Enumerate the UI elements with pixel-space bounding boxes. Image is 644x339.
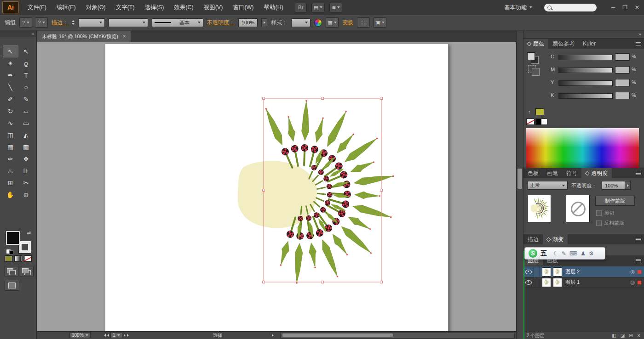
layer-thumbnail[interactable]: [553, 267, 562, 277]
opacity-spinner[interactable]: [261, 18, 267, 27]
stroke-link[interactable]: 描边：: [52, 19, 68, 27]
opacity-value[interactable]: 100%: [238, 18, 258, 27]
stroke-weight-stepper[interactable]: [72, 20, 75, 25]
channel-value-K[interactable]: [615, 92, 630, 99]
width-tool[interactable]: ∿: [3, 117, 18, 129]
menubar-menu-1[interactable]: 编辑(E): [52, 0, 81, 15]
rotate-tool[interactable]: ↻: [3, 105, 18, 117]
transform-link[interactable]: 变换: [342, 19, 353, 27]
draw-behind-button[interactable]: [20, 266, 34, 277]
color-chip[interactable]: [5, 255, 12, 262]
next-artboard-icon[interactable]: [124, 334, 126, 337]
menubar-menu-7[interactable]: 窗口(W): [228, 0, 259, 15]
zoom-tool[interactable]: ⊕: [18, 189, 34, 201]
paintbrush-tool[interactable]: ✐: [3, 93, 18, 105]
document-tab[interactable]: 未标题-16* @ 100% (CMYK/预览) ×: [37, 31, 131, 42]
none-chip[interactable]: [24, 255, 32, 262]
stroke-color-dropdown[interactable]: ?: [35, 17, 48, 28]
ime-logo[interactable]: S: [529, 249, 537, 258]
type-tool[interactable]: T: [18, 69, 34, 81]
menubar-menu-3[interactable]: 文字(T): [111, 0, 140, 15]
zoom-control[interactable]: 100%: [69, 332, 91, 338]
mesh-tool[interactable]: ▦: [3, 141, 18, 153]
ime-toolbar[interactable]: S 五 ☾✎⌨♟⚙: [524, 247, 605, 260]
horizontal-scrollbar[interactable]: [280, 333, 515, 339]
channel-value-M[interactable]: [615, 66, 630, 73]
brush-definition-select[interactable]: 基本: [152, 18, 203, 27]
layer-lock-cell[interactable]: [534, 277, 540, 288]
layer-row-1[interactable]: 图层 1◎: [523, 277, 644, 288]
selection-handle[interactable]: [322, 97, 324, 100]
panel-menu-icon[interactable]: [636, 260, 641, 261]
style-select[interactable]: [291, 18, 310, 27]
symbol-sprayer-tool[interactable]: ♨: [3, 165, 18, 177]
screen-mode-button[interactable]: [5, 280, 19, 291]
isolate-dropdown[interactable]: ▣: [374, 17, 386, 28]
artboard-number-select[interactable]: 1: [110, 332, 122, 338]
menubar-menu-5[interactable]: 效果(C): [169, 0, 198, 15]
status-expand-button[interactable]: [272, 332, 274, 338]
app-logo[interactable]: Ai: [2, 1, 19, 13]
tab-color-tabs-2[interactable]: Kuler: [579, 39, 600, 49]
menubar-menu-0[interactable]: 文件(F): [23, 0, 52, 15]
hand-tool[interactable]: ✋: [3, 189, 18, 201]
slice-tool[interactable]: ✂: [18, 177, 34, 189]
gradient-chip[interactable]: [14, 255, 22, 262]
channel-value-C[interactable]: [615, 53, 630, 61]
close-button[interactable]: ✕: [635, 4, 639, 11]
width-profile-select[interactable]: [109, 18, 148, 27]
collapse-panels-button[interactable]: »: [523, 31, 644, 39]
draw-normal-button[interactable]: [5, 266, 18, 277]
blend-mode-select[interactable]: 正常: [527, 181, 568, 190]
panel-opacity-spinner[interactable]: [625, 181, 631, 190]
vertical-scrollbar[interactable]: [516, 31, 523, 339]
gradient-tool[interactable]: ▥: [18, 141, 34, 153]
channel-slider-Y[interactable]: [558, 80, 613, 86]
selection-handle[interactable]: [263, 189, 265, 192]
new-sublayer-icon[interactable]: ◪: [621, 333, 625, 338]
stroke-weight-select[interactable]: [78, 18, 105, 27]
restore-button[interactable]: ❐: [622, 4, 627, 11]
swap-fill-stroke-icon[interactable]: ⇄: [27, 230, 31, 235]
channel-slider-C[interactable]: [558, 55, 613, 60]
mask-thumbnail[interactable]: [566, 195, 590, 222]
vertical-scrollbar-thumb[interactable]: [518, 169, 522, 189]
user-icon[interactable]: ♟: [581, 250, 586, 257]
artboard[interactable]: [105, 44, 448, 332]
keyboard-icon[interactable]: ⌨: [569, 250, 577, 257]
layer-name[interactable]: 图层 1: [565, 279, 630, 286]
layer-lock-cell[interactable]: [534, 266, 540, 277]
black-white-swatches[interactable]: [535, 119, 547, 125]
perspective-grid-tool[interactable]: ◭: [18, 129, 34, 141]
selection-handle[interactable]: [322, 281, 324, 283]
invert-mask-checkbox[interactable]: [596, 220, 602, 226]
first-artboard-icon[interactable]: [104, 334, 106, 337]
lasso-tool[interactable]: ϱ: [18, 57, 34, 69]
line-segment-tool[interactable]: ╲: [3, 81, 18, 93]
magic-wand-tool[interactable]: ✴: [3, 57, 18, 69]
tools-panel-header[interactable]: «: [0, 31, 36, 37]
panel-menu-icon[interactable]: [636, 239, 641, 240]
tab-middle-tabs-3[interactable]: 透明度: [581, 168, 612, 178]
tab-middle-tabs-0[interactable]: 色板: [523, 168, 543, 178]
pen-tool[interactable]: ✒: [3, 69, 18, 81]
tab-close-icon[interactable]: ×: [123, 33, 126, 40]
moon-icon[interactable]: ☾: [553, 250, 558, 257]
wrench-icon[interactable]: ⚙: [589, 250, 594, 257]
channel-slider-K[interactable]: [558, 93, 613, 99]
layer-name[interactable]: 图层 2: [565, 268, 630, 275]
object-thumbnail[interactable]: [527, 195, 551, 222]
opacity-link[interactable]: 不透明度：: [207, 19, 235, 27]
eyedropper-tool[interactable]: ✑: [3, 153, 18, 165]
layer-target-icon[interactable]: ◎: [630, 279, 635, 285]
selection-handle[interactable]: [263, 97, 265, 100]
selection-handle[interactable]: [263, 281, 265, 283]
layer-target-icon[interactable]: ◎: [630, 269, 635, 275]
cs-live-icon[interactable]: ≋: [329, 3, 342, 12]
channel-slider-M[interactable]: [558, 68, 613, 73]
blend-tool[interactable]: ❖: [18, 153, 34, 165]
panel-menu-icon[interactable]: [636, 44, 641, 44]
workspace-switcher[interactable]: 基本功能: [500, 4, 537, 11]
menubar-menu-8[interactable]: 帮助(H): [259, 0, 288, 15]
selection-handle[interactable]: [380, 281, 383, 283]
